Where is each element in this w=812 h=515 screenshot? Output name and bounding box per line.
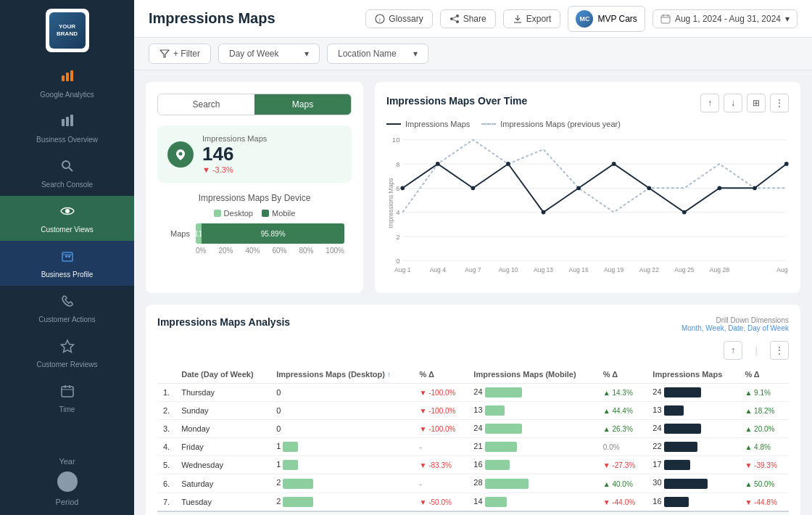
col-mobile[interactable]: Impressions Maps (Mobile) xyxy=(468,366,597,384)
location-name-dropdown[interactable]: Location Name ▾ xyxy=(327,44,428,64)
year-toggle[interactable] xyxy=(57,471,78,492)
svg-rect-10 xyxy=(65,255,67,258)
analysis-header: Impressions Maps Analysis Drill Down Dim… xyxy=(157,316,789,332)
chart-up-button[interactable]: ↑ xyxy=(700,94,719,112)
filter-button[interactable]: + Filter xyxy=(149,44,211,64)
main-content: Impressions Maps i Glossary Share Export… xyxy=(134,0,812,515)
chevron-down-icon: ▾ xyxy=(304,49,309,59)
device-chart-section: Impressions Maps By Device Desktop Mobil… xyxy=(157,193,352,255)
info-icon: i xyxy=(375,14,385,24)
row-mobile-pct: ▲ 40.0% xyxy=(597,474,647,493)
col-maps-pct: % Δ xyxy=(739,366,789,384)
topbar: Impressions Maps i Glossary Share Export… xyxy=(134,0,812,38)
svg-text:Aug 25: Aug 25 xyxy=(674,266,694,273)
svg-point-46 xyxy=(400,186,405,190)
desktop-legend: Desktop xyxy=(214,209,253,218)
year-label: Year xyxy=(59,457,75,466)
bar-row: Maps 4.11% 95.89% xyxy=(165,223,344,244)
location-selector[interactable]: MC MVP Cars xyxy=(568,6,645,32)
row-desktop: 0 xyxy=(270,420,413,438)
analysis-up-button[interactable]: ↑ xyxy=(724,341,742,360)
row-mobile: 13 xyxy=(468,402,597,420)
period-label: Period xyxy=(56,498,79,506)
sidebar-nav: Google Analytics Business Overview Searc… xyxy=(0,61,134,448)
row-mobile-pct: ▼ -44.0% xyxy=(597,493,647,511)
bar-label: Maps xyxy=(165,229,190,238)
row-maps-pct: ▼ -44.8% xyxy=(739,493,789,511)
row-desktop-pct: ▼ -100.0% xyxy=(414,420,468,438)
sidebar-item-customer-reviews[interactable]: Customer Reviews xyxy=(0,331,134,376)
maps-bar xyxy=(664,497,689,507)
svg-rect-4 xyxy=(66,117,69,126)
row-mobile-pct: ▲ 14.3% xyxy=(597,384,647,402)
left-panel: Search Maps Impressions Maps 146 ▼ -3.3%… xyxy=(146,82,363,293)
svg-point-53 xyxy=(647,186,651,190)
day-of-week-dropdown[interactable]: Day of Week ▾ xyxy=(218,44,320,64)
chart-legend: Impressions Maps Impressions Maps (previ… xyxy=(386,120,789,128)
svg-rect-11 xyxy=(68,255,70,258)
col-desktop-pct: % Δ xyxy=(414,366,468,384)
col-date[interactable]: Date (Day of Week) xyxy=(175,366,270,384)
row-mobile: 24 xyxy=(468,420,597,438)
svg-point-21 xyxy=(450,17,453,20)
row-desktop: 2 xyxy=(270,474,413,493)
device-bar-chart: Maps 4.11% 95.89% 0% 20% 40% 60% 80% xyxy=(157,223,352,255)
x-axis: 0% 20% 40% 60% 80% 100% xyxy=(165,244,344,255)
mobile-bar xyxy=(485,497,507,507)
search-icon xyxy=(59,158,75,178)
sidebar: YOURBRAND Google Analytics Business Over… xyxy=(0,0,134,515)
row-mobile-pct: 0.0% xyxy=(597,438,647,456)
share-icon xyxy=(450,14,460,24)
grand-total-row: Grand total 6 ▼ -57.1% 140 ▲ 2.2% xyxy=(157,511,789,515)
chart-grid-button[interactable]: ⊞ xyxy=(747,94,766,112)
sidebar-bottom: Year Period xyxy=(0,448,134,515)
svg-line-24 xyxy=(453,20,456,21)
glossary-button[interactable]: i Glossary xyxy=(365,9,432,28)
row-desktop-pct: ▼ -100.0% xyxy=(414,402,468,420)
chart-more-button[interactable]: ⋮ xyxy=(770,94,789,112)
chart-down-button[interactable]: ↓ xyxy=(724,94,742,112)
svg-point-54 xyxy=(682,210,687,215)
svg-point-32 xyxy=(179,152,183,155)
metric-details: Impressions Maps 146 ▼ -3.3% xyxy=(202,134,267,174)
row-date: Tuesday xyxy=(175,493,270,511)
row-date: Sunday xyxy=(175,402,270,420)
chevron-down-icon: ▾ xyxy=(413,49,418,59)
row-maps: 16 xyxy=(647,493,739,511)
sidebar-item-customer-views[interactable]: Customer Views xyxy=(0,196,134,241)
svg-point-47 xyxy=(436,162,440,166)
mobile-color xyxy=(262,210,269,217)
sidebar-item-time[interactable]: Time xyxy=(0,376,134,421)
sidebar-item-label: Business Overview xyxy=(36,136,98,144)
svg-rect-3 xyxy=(62,119,65,126)
bar-track: 4.11% 95.89% xyxy=(196,223,344,244)
metric-change: ▼ -3.3% xyxy=(202,165,267,174)
tab-maps[interactable]: Maps xyxy=(254,94,351,115)
sidebar-item-search-console[interactable]: Search Console xyxy=(0,151,134,196)
analysis-more-button[interactable]: ⋮ xyxy=(770,341,789,360)
col-maps[interactable]: Impressions Maps xyxy=(647,366,739,384)
row-mobile-pct: ▲ 44.4% xyxy=(597,402,647,420)
building-icon xyxy=(59,248,75,268)
share-button[interactable]: Share xyxy=(440,9,496,28)
sidebar-item-business-profile[interactable]: Business Profile xyxy=(0,241,134,286)
eye-icon xyxy=(59,203,75,223)
export-button[interactable]: Export xyxy=(503,9,561,28)
svg-text:10: 10 xyxy=(392,136,400,144)
sidebar-item-google-analytics[interactable]: Google Analytics xyxy=(0,61,134,106)
sidebar-item-customer-actions[interactable]: Customer Actions xyxy=(0,286,134,331)
chart-title: Impressions Maps Over Time xyxy=(386,95,527,107)
row-maps-pct: ▲ 9.1% xyxy=(739,384,789,402)
row-maps: 13 xyxy=(647,402,739,420)
svg-rect-2 xyxy=(70,70,73,81)
desktop-bar xyxy=(283,460,298,470)
desktop-bar xyxy=(283,479,313,489)
drill-info: Drill Down Dimensions Month, Week, Date,… xyxy=(682,316,789,332)
date-selector[interactable]: Aug 1, 2024 - Aug 31, 2024 ▾ xyxy=(652,9,798,28)
col-desktop[interactable]: Impressions Maps (Desktop) ↑ xyxy=(270,366,413,384)
table-row: 1. Thursday 0 ▼ -100.0% 24 ▲ 14.3% 24 ▲ … xyxy=(157,384,789,402)
svg-line-7 xyxy=(69,168,72,171)
svg-text:4: 4 xyxy=(396,208,400,216)
sidebar-item-business-overview[interactable]: Business Overview xyxy=(0,106,134,151)
tab-search[interactable]: Search xyxy=(158,94,254,115)
